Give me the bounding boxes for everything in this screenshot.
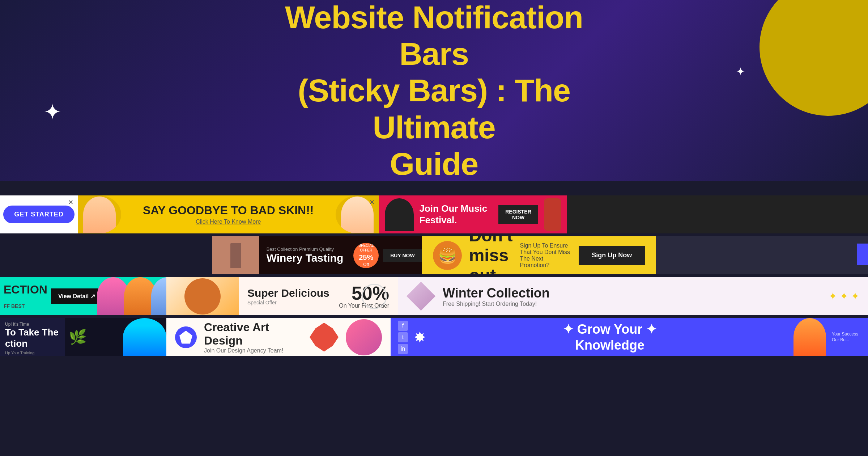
bars-row-1: ✕ GET STARTED ✕ SAY GOODBYE TO BAD SKIN!… xyxy=(0,195,868,233)
grow-title-2: Knowledge xyxy=(432,337,788,353)
art-icon-shape xyxy=(179,331,192,344)
success-text: Your Success Our Bu... xyxy=(832,332,861,343)
bar-grow-knowledge: f t in ✸ ✦ Grow Your ✦ Knowledge Your Su… xyxy=(391,318,868,356)
social-icons: f t in xyxy=(398,321,408,354)
art-splat-decoration xyxy=(310,323,339,352)
winery-bottle-area xyxy=(212,236,259,274)
training-action2: ction xyxy=(5,338,60,349)
bars-row-3: ECTION FF BEST View Detail ↗ Super Delic… xyxy=(0,277,868,315)
art-icon xyxy=(175,326,197,348)
facebook-icon: f xyxy=(398,321,408,331)
instagram-icon: in xyxy=(398,344,408,354)
winter-shape-decoration xyxy=(407,282,435,311)
hero-section: ✦ ✦ Website Notification Bars (Sticky Ba… xyxy=(0,0,868,181)
art-person-decoration xyxy=(346,319,382,355)
training-text-area: Up! It's Time To Take The ction Up Your … xyxy=(0,318,65,356)
starburst-icon: ✸ xyxy=(414,329,426,346)
skin-subtitle[interactable]: Click Here To Know More xyxy=(121,219,336,225)
bar-music-festival: Join Our Music Festival. REGISTER NOW xyxy=(379,195,567,233)
offer-title: SPECIAL OFFER xyxy=(358,243,374,253)
bar-creative-art: Creative Art Design Join Our Design Agen… xyxy=(166,318,391,356)
hero-title: Website Notification Bars (Sticky Bars) … xyxy=(253,0,615,181)
hero-circle-decoration xyxy=(760,0,868,116)
training-badge: Up! It's Time xyxy=(5,322,60,327)
winery-content: Best Collection Premium Quality Winery T… xyxy=(259,246,354,264)
hero-star-left: ✦ xyxy=(43,101,61,123)
pizza-decoration xyxy=(184,278,221,314)
bar-get-started: ✕ GET STARTED xyxy=(0,195,78,233)
winter-title: Winter Collection xyxy=(443,286,821,301)
grow-title-1: ✦ Grow Your ✦ xyxy=(432,321,788,337)
persons-decoration xyxy=(102,277,166,315)
view-detail-button[interactable]: View Detail ↗ xyxy=(51,288,102,304)
bar-winter-collection: Winter Collection Free Shipping! Start O… xyxy=(398,277,868,315)
hero-star-right: ✦ xyxy=(736,65,745,78)
twitter-icon: t xyxy=(398,332,408,342)
winery-subtitle: Best Collection Premium Quality xyxy=(267,246,346,252)
super-special-label: Special Offer xyxy=(247,300,277,305)
bar-green-view: ECTION FF BEST View Detail ↗ xyxy=(0,277,166,315)
skin-text-area: SAY GOODBYE TO BAD SKIN!! Click Here To … xyxy=(121,204,336,225)
leaf-decoration: 🌿 xyxy=(65,329,90,346)
dont-miss-title: Don't miss out xyxy=(469,236,513,274)
training-sub: Up Your Training xyxy=(5,351,34,355)
partial-text: ECTION FF BEST xyxy=(0,282,51,311)
register-button[interactable]: REGISTER NOW xyxy=(498,205,538,224)
bar-skin: ✕ SAY GOODBYE TO BAD SKIN!! Click Here T… xyxy=(78,195,379,233)
winter-text: Winter Collection Free Shipping! Start O… xyxy=(443,286,821,307)
bar-edge-left xyxy=(0,236,212,274)
get-started-button[interactable]: GET STARTED xyxy=(3,206,75,223)
student-person-decoration xyxy=(793,318,826,356)
winery-title: Winery Tasting xyxy=(267,252,346,264)
music-text: Join Our Music Festival. xyxy=(420,203,493,225)
star-decoration: ✦ ✦ ✦ xyxy=(829,290,859,302)
bar-super-delicious: Super Delicious Special Offer 50% On You… xyxy=(166,277,398,315)
pizza-area xyxy=(166,277,239,315)
bars-row-2: Best Collection Premium Quality Winery T… xyxy=(0,236,868,274)
dont-miss-subtitle: Sign Up To Ensure That You Dont Miss The… xyxy=(520,242,571,269)
guitar-decoration xyxy=(544,198,561,231)
bars-section: ✕ GET STARTED ✕ SAY GOODBYE TO BAD SKIN!… xyxy=(0,181,868,381)
skin-swirl-left xyxy=(78,195,121,233)
person-circle-3 xyxy=(151,277,166,315)
guitarist-decoration xyxy=(385,198,414,231)
bar-winery: Best Collection Premium Quality Winery T… xyxy=(212,236,422,274)
sign-up-now-button[interactable]: Sign Up Now xyxy=(579,246,645,265)
training-action: To Take The xyxy=(5,327,60,338)
bar-edge-right2 xyxy=(656,236,868,274)
buy-now-button[interactable]: BUY NOW xyxy=(383,249,422,262)
offer-badge: SPECIAL OFFER 25% Off xyxy=(353,243,379,268)
music-title: Join Our Music Festival. xyxy=(420,203,493,225)
training-person xyxy=(123,318,166,356)
offer-value: 25% xyxy=(359,253,373,262)
offer-unit: Off xyxy=(363,262,369,268)
bar-training: Up! It's Time To Take The ction Up Your … xyxy=(0,318,166,356)
bottle-decoration xyxy=(230,243,241,268)
bar-edge-right xyxy=(567,195,868,233)
winter-decoration xyxy=(407,282,435,311)
skin-title: SAY GOODBYE TO BAD SKIN!! xyxy=(121,204,336,217)
circle-decoration xyxy=(362,284,387,309)
creative-art-subtitle: Join Our Design Agency Team! xyxy=(204,347,283,354)
winter-subtitle: Free Shipping! Start Ordering Today! xyxy=(443,301,537,307)
creative-art-title: Creative Art Design xyxy=(204,321,302,347)
delicious-text: Super Delicious Special Offer xyxy=(239,287,338,306)
skin-person-right xyxy=(341,197,374,233)
bars-row-4: Up! It's Time To Take The ction Up Your … xyxy=(0,318,868,356)
bar-dont-miss: 🍔 Don't miss out Sign Up To Ensure That … xyxy=(422,236,656,274)
close-icon[interactable]: ✕ xyxy=(68,198,73,206)
art-text: Creative Art Design Join Our Design Agen… xyxy=(204,321,302,354)
super-delicious-title: Super Delicious xyxy=(247,287,329,299)
burger-icon: 🍔 xyxy=(433,241,462,270)
grow-text: ✦ Grow Your ✦ Knowledge xyxy=(432,321,788,352)
skin-person-left xyxy=(83,197,116,233)
blue-tab-decoration xyxy=(857,244,868,265)
close-icon[interactable]: ✕ xyxy=(369,198,375,206)
